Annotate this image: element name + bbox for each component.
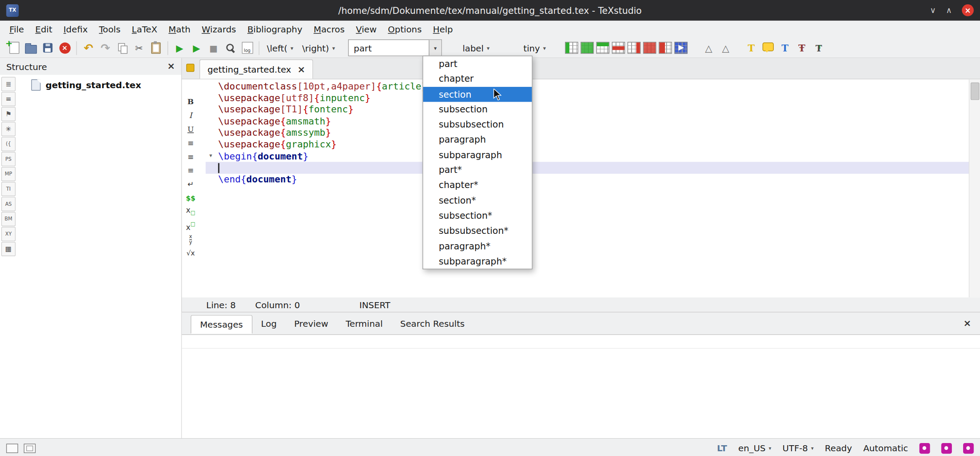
menu-item-latex[interactable]: LaTeX bbox=[126, 22, 163, 37]
code-line-9[interactable]: \end{document} bbox=[218, 174, 427, 185]
metapost-icon[interactable]: MP bbox=[1, 167, 16, 181]
menu-item-view[interactable]: View bbox=[350, 22, 382, 37]
undo-button[interactable]: ↶ bbox=[80, 40, 97, 56]
code-line-2[interactable]: \usepackage[utf8]{inputenc} bbox=[218, 92, 427, 104]
code-line-7[interactable]: \begin{document} bbox=[218, 150, 427, 162]
xy-icon[interactable]: XY bbox=[1, 227, 16, 241]
postscript-symbols-icon[interactable]: PS bbox=[1, 152, 16, 166]
continuous-page-icon[interactable] bbox=[24, 443, 35, 453]
beamer-icon[interactable]: BM bbox=[1, 212, 16, 226]
code-line-6[interactable]: \usepackage{graphicx} bbox=[218, 139, 427, 150]
bold-icon[interactable]: B bbox=[184, 96, 198, 108]
text-color-button[interactable]: T bbox=[743, 40, 760, 56]
menu-item-bibliography[interactable]: Bibliography bbox=[242, 22, 308, 37]
menu-item-wizards[interactable]: Wizards bbox=[196, 22, 242, 37]
code-line-1[interactable]: \documentclass[10pt,a4paper]{article} bbox=[218, 81, 427, 92]
font-size-combo[interactable]: tiny▾ bbox=[519, 40, 550, 55]
dictionary-icon-2[interactable] bbox=[941, 443, 952, 453]
sqrt-icon[interactable]: √x bbox=[184, 247, 198, 259]
structure-root-item[interactable]: getting_started.tex bbox=[31, 80, 141, 91]
menu-item-edit[interactable]: Edit bbox=[30, 22, 58, 37]
align-center-icon[interactable]: ≡ bbox=[184, 150, 198, 163]
outline-view-icon[interactable]: ≡ bbox=[1, 92, 16, 106]
remove-row-icon[interactable] bbox=[612, 42, 625, 54]
line-ending-selector[interactable]: Automatic bbox=[863, 443, 908, 453]
chevron-down-icon[interactable]: ▾ bbox=[429, 40, 441, 56]
copy-button[interactable] bbox=[114, 40, 131, 56]
dropdown-item-chapter-star[interactable]: chapter* bbox=[423, 178, 532, 193]
linebreak-icon[interactable]: ↵ bbox=[184, 178, 198, 191]
insert-table-icon[interactable] bbox=[581, 42, 594, 54]
fold-marker[interactable]: ▾ bbox=[209, 150, 212, 161]
code-line-8[interactable] bbox=[218, 162, 427, 174]
code-area[interactable]: \documentclass[10pt,a4paper]{article}\us… bbox=[218, 81, 427, 185]
triangle-button-2[interactable]: △ bbox=[717, 40, 734, 56]
tab-preview[interactable]: Preview bbox=[285, 315, 337, 332]
menu-item-macros[interactable]: Macros bbox=[308, 22, 350, 37]
menu-item-file[interactable]: File bbox=[4, 22, 30, 37]
dropdown-item-paragraph-star[interactable]: paragraph* bbox=[423, 239, 532, 254]
dropdown-item-subsubsection[interactable]: subsubsection bbox=[423, 117, 532, 132]
insert-row-icon[interactable] bbox=[597, 42, 610, 54]
cut-button[interactable]: ✂ bbox=[131, 40, 147, 56]
stop-compile-button[interactable]: ■ bbox=[205, 40, 222, 56]
asymptote-icon[interactable]: AS bbox=[1, 197, 16, 211]
view-log-button[interactable]: log bbox=[239, 40, 255, 56]
merge-cells-icon[interactable] bbox=[659, 42, 672, 54]
structure-close-button[interactable]: × bbox=[167, 62, 175, 71]
save-button[interactable] bbox=[39, 40, 56, 56]
menu-item-idefix[interactable]: Idefix bbox=[58, 22, 93, 37]
dictionary-icon-1[interactable] bbox=[919, 443, 930, 453]
tab-terminal[interactable]: Terminal bbox=[337, 315, 392, 332]
underline-icon[interactable]: U bbox=[184, 123, 198, 136]
language-selector[interactable]: en_US▾ bbox=[738, 443, 771, 453]
redo-button[interactable]: ↷ bbox=[97, 40, 114, 56]
inline-math-icon[interactable]: $$ bbox=[184, 192, 198, 204]
menu-item-tools[interactable]: Tools bbox=[93, 22, 126, 37]
close-file-button[interactable]: × bbox=[56, 40, 73, 56]
build-and-view-button[interactable]: ▶ bbox=[171, 40, 188, 56]
dropdown-item-part[interactable]: part bbox=[423, 56, 532, 71]
bookmarks-icon[interactable]: ⚑ bbox=[1, 107, 16, 121]
scrollbar-thumb[interactable] bbox=[970, 83, 979, 100]
minimize-icon[interactable]: ∨ bbox=[930, 6, 936, 14]
misc-symbols-icon[interactable]: ▦ bbox=[1, 242, 16, 256]
remove-column-icon[interactable] bbox=[628, 42, 641, 54]
triangle-button-1[interactable]: △ bbox=[700, 40, 717, 56]
single-page-icon[interactable] bbox=[6, 443, 18, 453]
tab-search-results[interactable]: Search Results bbox=[392, 315, 474, 332]
output-panel-close-button[interactable]: × bbox=[964, 319, 971, 328]
code-line-5[interactable]: \usepackage{amssymb} bbox=[218, 127, 427, 139]
menu-item-options[interactable]: Options bbox=[382, 22, 427, 37]
open-file-button[interactable] bbox=[22, 40, 39, 56]
dictionary-icon-3[interactable] bbox=[963, 443, 974, 453]
new-file-button[interactable]: + bbox=[6, 40, 22, 56]
dropdown-item-section-star[interactable]: section* bbox=[423, 193, 532, 208]
maximize-icon[interactable]: ∧ bbox=[946, 6, 952, 14]
symbols-icon[interactable]: ✳ bbox=[1, 122, 16, 136]
text-style-button[interactable]: T bbox=[776, 40, 793, 56]
code-line-4[interactable]: \usepackage{amsmath} bbox=[218, 115, 427, 127]
align-left-icon[interactable]: ≡ bbox=[184, 137, 198, 150]
dropdown-item-paragraph[interactable]: paragraph bbox=[423, 132, 532, 147]
dropdown-item-subsection-star[interactable]: subsection* bbox=[423, 208, 532, 223]
table-wizard-icon[interactable] bbox=[675, 42, 688, 54]
remove-table-icon[interactable] bbox=[643, 42, 656, 54]
dropdown-item-chapter[interactable]: chapter bbox=[423, 71, 532, 86]
code-line-3[interactable]: \usepackage[T1]{fontenc} bbox=[218, 104, 427, 115]
align-right-icon[interactable]: ≡ bbox=[184, 164, 198, 177]
sectioning-combo[interactable]: part▾ bbox=[348, 39, 442, 56]
superscript-text-button[interactable]: T bbox=[810, 40, 827, 56]
languagetool-icon[interactable]: LT bbox=[717, 443, 727, 453]
menu-item-help[interactable]: Help bbox=[427, 22, 458, 37]
paste-button[interactable] bbox=[147, 40, 164, 56]
label-combo[interactable]: label▾ bbox=[458, 40, 494, 55]
tab-messages[interactable]: Messages bbox=[191, 315, 252, 333]
editor-tab[interactable]: getting_started.tex × bbox=[199, 59, 313, 79]
frac-icon[interactable]: xy bbox=[184, 233, 198, 246]
dropdown-item-subparagraph[interactable]: subparagraph bbox=[423, 147, 532, 163]
tab-bar-icon[interactable] bbox=[186, 64, 195, 72]
tab-close-button[interactable]: × bbox=[297, 65, 305, 74]
view-button[interactable] bbox=[222, 40, 239, 56]
tab-log[interactable]: Log bbox=[252, 315, 286, 332]
